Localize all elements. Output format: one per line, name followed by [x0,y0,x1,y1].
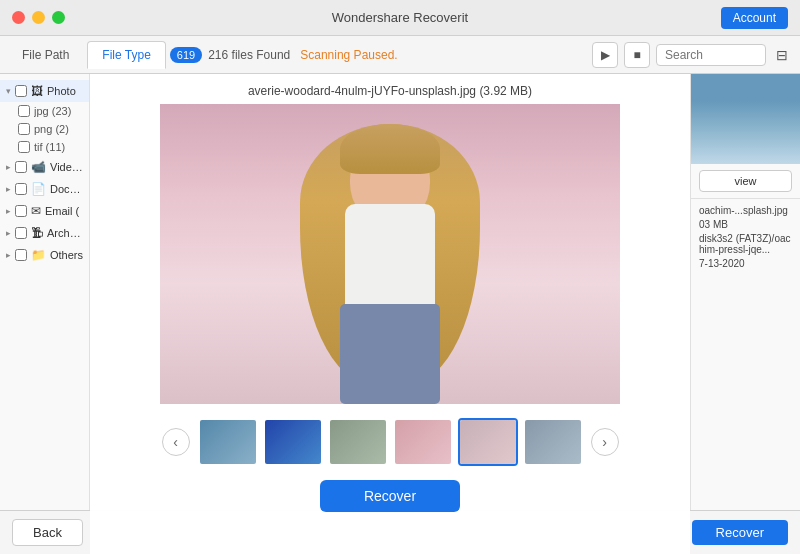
thumbnail-2[interactable] [263,418,323,466]
recover-button-modal[interactable]: Recover [320,480,460,512]
right-panel-location: disk3s2 (FAT3Z)/oachim-pressl-jqe... [699,233,792,255]
archive-checkbox[interactable] [15,227,27,239]
jeans-decoration [340,304,440,404]
sidebar: ▾ 🖼 Photo jpg (23) png (2) tif (11) ▸ 📹 … [0,74,90,554]
video-checkbox[interactable] [15,161,27,173]
next-arrow[interactable]: › [591,428,619,456]
preview-modal: averie-woodard-4nulm-jUYFo-unsplash.jpg … [90,74,690,554]
photos-checkbox[interactable] [15,85,27,97]
email-checkbox[interactable] [15,205,27,217]
photos-folder-icon: 🖼 [31,84,43,98]
chevron-down-icon: ▾ [6,86,11,96]
others-checkbox[interactable] [15,249,27,261]
preview-view-button[interactable]: view [699,170,792,192]
sidebar-item-tif[interactable]: tif (11) [0,138,89,156]
scan-status-label: Scanning Paused. [300,48,397,62]
thumbnail-1[interactable] [198,418,258,466]
others-folder-icon: 📁 [31,248,46,262]
preview-main-image [160,104,620,404]
hair-top-decoration [340,124,440,174]
sidebar-item-jpg[interactable]: jpg (23) [0,102,89,120]
thumbnail-navigation: ‹ [162,418,619,466]
tab-filepath[interactable]: File Path [8,42,83,68]
app-title: Wondershare Recoverit [332,10,468,25]
close-button[interactable] [12,11,25,24]
window-controls [12,11,65,24]
filter-icon[interactable]: ⊟ [772,45,792,65]
search-input[interactable] [656,44,766,66]
tif-checkbox[interactable] [18,141,30,153]
stop-icon[interactable]: ■ [624,42,650,68]
tab-filetype[interactable]: File Type [87,41,165,69]
maximize-button[interactable] [52,11,65,24]
thumbnail-6[interactable] [523,418,583,466]
sidebar-item-email[interactable]: ▸ ✉ Email ( [0,200,89,222]
thumbnail-4[interactable] [393,418,453,466]
sidebar-label-tif: tif (11) [34,141,65,153]
right-panel-info: oachim-...splash.jpg 03 MB disk3s2 (FAT3… [691,198,800,278]
minimize-button[interactable] [32,11,45,24]
sidebar-label-email: Email ( [45,205,79,217]
doc-checkbox[interactable] [15,183,27,195]
thumbnail-5[interactable] [458,418,518,466]
right-panel-filename: oachim-...splash.jpg [699,205,792,216]
sidebar-label-photos: Photo [47,85,76,97]
right-panel-date: 7-13-2020 [699,258,792,269]
title-bar: Wondershare Recoverit Account [0,0,800,36]
toolbar-actions: ▶ ■ ⊟ [592,42,792,68]
recover-button-main[interactable]: Recover [692,520,788,545]
thumbnail-3[interactable] [328,418,388,466]
sidebar-label-png: png (2) [34,123,69,135]
sidebar-label-archive: Archiv ( [47,227,83,239]
chevron-right-icon-email: ▸ [6,206,11,216]
sidebar-label-jpg: jpg (23) [34,105,71,117]
play-icon[interactable]: ▶ [592,42,618,68]
sidebar-item-archive[interactable]: ▸ 🗜 Archiv ( [0,222,89,244]
chevron-right-icon: ▸ [6,162,11,172]
files-found-label: 216 files Found [208,48,290,62]
content-area: averie-woodard-4nulm-jUYFo-unsplash.jpg … [90,74,690,554]
jpg-checkbox[interactable] [18,105,30,117]
chevron-right-icon-archive: ▸ [6,228,11,238]
chevron-right-icon-doc: ▸ [6,184,11,194]
archive-folder-icon: 🗜 [31,226,43,240]
right-panel-filesize: 03 MB [699,219,792,230]
sidebar-label-documents: Docum ( [50,183,83,195]
right-panel: view oachim-...splash.jpg 03 MB disk3s2 … [690,74,800,554]
sidebar-item-others[interactable]: ▸ 📁 Others [0,244,89,266]
photo-background [160,104,620,404]
sidebar-label-others: Others [50,249,83,261]
back-button[interactable]: Back [12,519,83,546]
video-folder-icon: 📹 [31,160,46,174]
sidebar-item-png[interactable]: png (2) [0,120,89,138]
sidebar-item-photos[interactable]: ▾ 🖼 Photo [0,80,89,102]
sidebar-label-video: Video ( [50,161,83,173]
right-panel-thumbnail [691,74,800,164]
chevron-right-icon-others: ▸ [6,250,11,260]
preview-filename: averie-woodard-4nulm-jUYFo-unsplash.jpg … [248,74,532,104]
account-button[interactable]: Account [721,7,788,29]
sidebar-item-video[interactable]: ▸ 📹 Video ( [0,156,89,178]
png-checkbox[interactable] [18,123,30,135]
email-folder-icon: ✉ [31,204,41,218]
thumbnail-strip [198,418,583,466]
doc-folder-icon: 📄 [31,182,46,196]
toolbar: File Path File Type 619 216 files Found … [0,36,800,74]
prev-arrow[interactable]: ‹ [162,428,190,456]
main-layout: ▾ 🖼 Photo jpg (23) png (2) tif (11) ▸ 📹 … [0,74,800,554]
sidebar-item-documents[interactable]: ▸ 📄 Docum ( [0,178,89,200]
scan-count-badge: 619 [170,47,202,63]
